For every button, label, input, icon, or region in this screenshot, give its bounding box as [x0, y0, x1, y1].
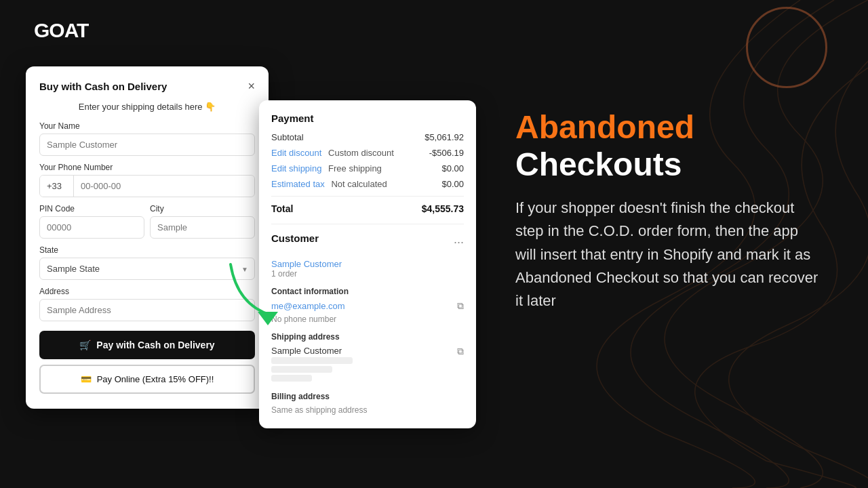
- billing-address-label: Billing address: [271, 392, 464, 401]
- total-row: Total $4,555.73: [271, 203, 464, 214]
- customer-header: Customer ···: [271, 232, 464, 252]
- close-button[interactable]: ×: [248, 80, 255, 92]
- pay-cod-label: Pay with Cash on Delivery: [96, 340, 214, 350]
- phone-group: Your Phone Number +33: [39, 163, 255, 197]
- pin-group: PIN Code: [39, 204, 144, 239]
- discount-row: Edit discount Custom discount -$506.19: [271, 148, 464, 158]
- pay-cod-button[interactable]: 🛒 Pay with Cash on Delivery: [39, 331, 255, 359]
- edit-shipping-link[interactable]: Edit shipping: [271, 163, 321, 174]
- goat-logo: GOAT: [34, 19, 88, 42]
- edit-discount-link[interactable]: Edit discount: [271, 148, 321, 158]
- cart-icon: 🛒: [79, 340, 91, 350]
- phone-row: +33: [39, 175, 255, 197]
- customer-section-title: Customer: [271, 232, 319, 244]
- estimated-tax-label: Estimated tax: [271, 179, 325, 189]
- address-line-3: [271, 375, 312, 382]
- city-input[interactable]: [150, 216, 255, 239]
- decorative-circle: [746, 7, 827, 88]
- contact-email-row: me@example.com ⧉: [271, 300, 464, 312]
- discount-label: Custom discount: [328, 148, 394, 158]
- city-group: City: [150, 204, 255, 239]
- card-icon: 💳: [81, 374, 92, 384]
- shipping-label: Free shipping: [328, 163, 382, 174]
- phone-input[interactable]: [74, 176, 254, 197]
- right-section: Abandoned Checkouts If your shopper does…: [502, 108, 834, 312]
- cod-card-header: Buy with Cash on Delivery ×: [39, 80, 255, 92]
- subtotal-label: Subtotal: [271, 132, 304, 142]
- arrow-indicator: [217, 251, 298, 332]
- pin-label: PIN Code: [39, 204, 144, 214]
- billing-same-as-shipping: Same as shipping address: [271, 405, 464, 415]
- shipping-row: Edit shipping Free shipping $0.00: [271, 163, 464, 174]
- headline-orange: Abandoned: [515, 109, 694, 145]
- subtotal-value: $5,061.92: [425, 132, 464, 142]
- address-details: Sample Customer: [271, 346, 353, 384]
- headline: Abandoned Checkouts: [515, 108, 821, 183]
- shipping-address-label: Shipping address: [271, 332, 464, 342]
- contact-phone: No phone number: [271, 314, 464, 324]
- contact-info-label: Contact information: [271, 287, 464, 296]
- name-label: Your Name: [39, 121, 255, 131]
- address-line-1: [271, 357, 353, 364]
- cod-form-card: Buy with Cash on Delivery × Enter your s…: [26, 66, 269, 409]
- pay-online-label: Pay Online (Extra 15% OFF)!!: [97, 374, 214, 384]
- customer-info-row: Sample Customer 1 order: [271, 259, 464, 279]
- pin-input[interactable]: [39, 216, 144, 239]
- payment-section-title: Payment: [271, 113, 464, 124]
- name-input[interactable]: [39, 134, 255, 156]
- shipping-value: $0.00: [441, 163, 464, 174]
- total-value: $4,555.73: [422, 203, 464, 214]
- copy-address-icon[interactable]: ⧉: [457, 346, 464, 357]
- shipping-notice: Enter your shipping details here 👇: [39, 102, 255, 112]
- description-text: If your shopper doesn't finish the check…: [515, 197, 821, 312]
- payment-divider: [271, 196, 464, 197]
- city-label: City: [150, 204, 255, 214]
- tax-row: Estimated tax Not calculated $0.00: [271, 179, 464, 189]
- shipping-customer-name: Sample Customer: [271, 346, 353, 356]
- shipping-address-section: Shipping address Sample Customer ⧉: [271, 332, 464, 384]
- subtotal-row: Subtotal $5,061.92: [271, 132, 464, 142]
- phone-code: +33: [40, 176, 74, 197]
- contact-info-section: Contact information me@example.com ⧉ No …: [271, 287, 464, 324]
- phone-label: Your Phone Number: [39, 163, 255, 172]
- headline-white: Checkouts: [515, 146, 682, 182]
- tax-sublabel: Not calculated: [331, 179, 387, 189]
- address-line-2: [271, 366, 332, 373]
- svg-marker-0: [258, 312, 278, 325]
- shipping-address-row: Sample Customer ⧉: [271, 346, 464, 384]
- name-group: Your Name: [39, 121, 255, 156]
- customer-section: Customer ··· Sample Customer 1 order: [271, 224, 464, 279]
- pin-city-row: PIN Code City: [39, 204, 255, 245]
- tax-value: $0.00: [441, 179, 464, 189]
- copy-email-icon[interactable]: ⧉: [457, 300, 464, 312]
- billing-address-section: Billing address Same as shipping address: [271, 392, 464, 415]
- total-label: Total: [271, 203, 293, 214]
- pay-online-button[interactable]: 💳 Pay Online (Extra 15% OFF)!!: [39, 365, 255, 394]
- customer-options-button[interactable]: ···: [454, 235, 464, 249]
- cod-card-title: Buy with Cash on Delivery: [39, 81, 167, 92]
- discount-value: -$506.19: [429, 148, 464, 158]
